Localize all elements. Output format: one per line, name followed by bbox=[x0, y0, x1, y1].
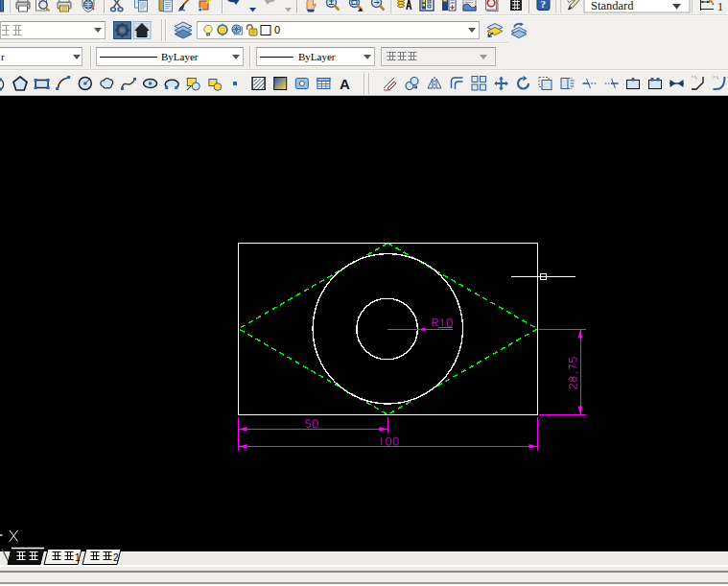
svg-text:2: 2 bbox=[113, 552, 119, 563]
svg-text:Standard: Standard bbox=[591, 0, 634, 12]
svg-text:1: 1 bbox=[75, 552, 81, 563]
svg-text:?: ? bbox=[541, 0, 547, 10]
svg-text:A: A bbox=[340, 76, 350, 92]
svg-text:1: 1 bbox=[717, 0, 723, 13]
